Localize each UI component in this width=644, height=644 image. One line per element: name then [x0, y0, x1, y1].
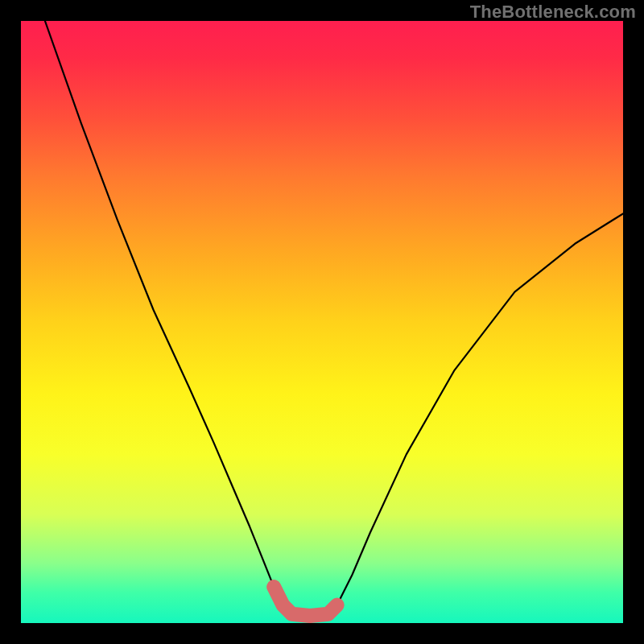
watermark-text: TheBottleneck.com [470, 2, 636, 23]
bottleneck-highlight-path [274, 587, 337, 616]
chart-frame: TheBottleneck.com [0, 0, 644, 644]
bottleneck-curve-path [45, 21, 623, 616]
plot-area [21, 21, 623, 623]
bottleneck-chart [21, 21, 623, 623]
